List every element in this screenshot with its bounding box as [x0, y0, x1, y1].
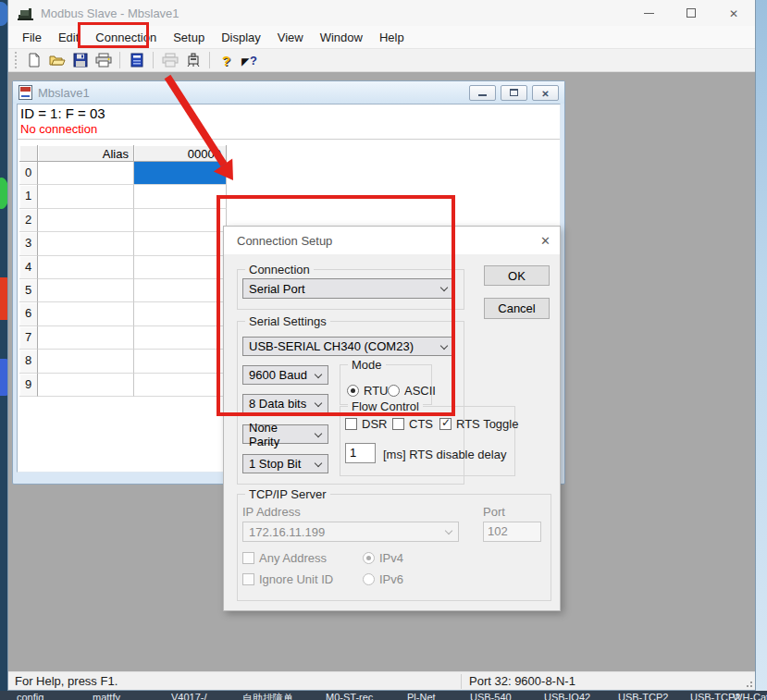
- row-header[interactable]: 7: [19, 326, 38, 350]
- row-header[interactable]: 1: [19, 185, 38, 208]
- ok-button[interactable]: OK: [484, 265, 550, 286]
- document-restore-button[interactable]: [501, 85, 527, 101]
- row-header[interactable]: 6: [19, 302, 38, 325]
- mode-ascii-radio[interactable]: ASCII: [388, 384, 436, 398]
- resize-grip[interactable]: [744, 679, 753, 688]
- menu-display[interactable]: Display: [213, 28, 269, 47]
- grid-row[interactable]: 3: [19, 232, 227, 255]
- taskbar-strip[interactable]: configmattfyV4017-/自助排障单M0-ST-recPl-NetU…: [0, 691, 767, 700]
- data-bits-select[interactable]: 8 Data bits: [242, 394, 328, 413]
- row-header[interactable]: 0: [19, 162, 38, 185]
- alias-cell[interactable]: [38, 185, 134, 208]
- row-header[interactable]: 4: [19, 256, 38, 279]
- communication-traffic-icon: [186, 53, 201, 68]
- register-cell[interactable]: [134, 256, 227, 279]
- document-minimize-button[interactable]: [469, 85, 496, 101]
- grid-header-alias[interactable]: Alias: [38, 145, 134, 162]
- rts-delay-input[interactable]: 1: [345, 443, 376, 463]
- register-cell[interactable]: [134, 209, 227, 232]
- close-button[interactable]: [712, 0, 755, 26]
- dsr-checkbox[interactable]: DSR: [345, 417, 387, 431]
- alias-cell[interactable]: [38, 302, 134, 325]
- taskbar-item-label[interactable]: mattfy: [93, 692, 120, 700]
- register-cell[interactable]: [134, 374, 227, 397]
- alias-cell[interactable]: [38, 326, 134, 350]
- connection-type-select[interactable]: Serial Port: [242, 278, 454, 299]
- chevron-down-icon: [440, 341, 448, 349]
- row-header[interactable]: 9: [19, 374, 38, 397]
- serial-port-value: USB-SERIAL CH340 (COM23): [249, 339, 414, 353]
- cts-checkbox[interactable]: CTS: [392, 417, 433, 431]
- document-close-button[interactable]: [532, 85, 559, 101]
- port-input: 102: [483, 522, 541, 542]
- register-cell-selected[interactable]: [134, 162, 227, 185]
- alias-cell[interactable]: [38, 162, 134, 185]
- taskbar-item-label[interactable]: WH-Cat-1: [733, 692, 767, 700]
- menu-connection[interactable]: Connection: [87, 28, 165, 47]
- menu-view[interactable]: View: [269, 28, 312, 47]
- grid-header-00000[interactable]: 00000: [134, 145, 227, 162]
- grid-row[interactable]: 1: [19, 185, 227, 208]
- register-cell[interactable]: [134, 350, 227, 373]
- register-cell[interactable]: [134, 232, 227, 255]
- grid-row[interactable]: 6: [19, 302, 227, 325]
- title-bar[interactable]: Modbus Slave - Mbslave1: [8, 0, 755, 26]
- document-title-bar[interactable]: Mbslave1: [13, 81, 564, 104]
- serial-port-select[interactable]: USB-SERIAL CH340 (COM23): [242, 337, 454, 356]
- communication-traffic-button[interactable]: [182, 50, 204, 70]
- grid-row[interactable]: 9: [19, 374, 227, 397]
- alias-cell[interactable]: [38, 209, 134, 232]
- grid-row[interactable]: 8: [19, 350, 227, 373]
- about-help-button[interactable]: ?: [216, 50, 237, 70]
- register-cell[interactable]: [134, 279, 227, 302]
- dialog-title-bar[interactable]: Connection Setup: [224, 227, 560, 254]
- menu-setup[interactable]: Setup: [165, 28, 213, 47]
- cancel-button[interactable]: Cancel: [484, 298, 550, 319]
- grid-row[interactable]: 0: [19, 162, 227, 185]
- print-button[interactable]: [93, 50, 114, 70]
- baud-rate-select[interactable]: 9600 Baud: [242, 365, 328, 385]
- alias-cell[interactable]: [38, 256, 134, 279]
- taskbar-item-label[interactable]: 自助排障单: [242, 692, 293, 700]
- rts-toggle-checkbox[interactable]: RTS Toggle: [439, 417, 518, 431]
- row-header[interactable]: 3: [19, 232, 38, 255]
- register-cell[interactable]: [134, 185, 227, 208]
- taskbar-item-label[interactable]: config: [17, 692, 43, 700]
- row-header[interactable]: 5: [19, 279, 38, 302]
- taskbar-item-label[interactable]: Pl-Net: [407, 692, 436, 700]
- alias-cell[interactable]: [38, 279, 134, 302]
- taskbar-item-label[interactable]: USB-540: [470, 692, 512, 700]
- open-file-button[interactable]: [46, 50, 68, 70]
- taskbar-item-label[interactable]: M0-ST-rec: [326, 692, 373, 700]
- alias-cell[interactable]: [38, 374, 134, 397]
- register-grid[interactable]: Alias 00000 0123456789: [19, 145, 227, 397]
- dialog-close-icon[interactable]: [540, 234, 551, 248]
- register-cell[interactable]: [134, 302, 227, 325]
- grid-row[interactable]: 7: [19, 326, 227, 350]
- alias-cell[interactable]: [38, 232, 134, 255]
- menu-edit[interactable]: Edit: [50, 28, 87, 47]
- grid-row[interactable]: 4: [19, 256, 227, 279]
- menu-file[interactable]: File: [14, 28, 50, 47]
- context-help-button[interactable]: ?: [239, 50, 260, 70]
- new-file-button[interactable]: [23, 50, 44, 70]
- save-button[interactable]: [69, 50, 91, 70]
- row-header[interactable]: 8: [19, 350, 38, 373]
- menu-help[interactable]: Help: [371, 28, 413, 47]
- row-header[interactable]: 2: [19, 209, 38, 232]
- grid-row[interactable]: 2: [19, 209, 227, 232]
- minimize-button[interactable]: [627, 0, 670, 26]
- maximize-button[interactable]: [670, 0, 712, 26]
- alias-cell[interactable]: [38, 350, 134, 373]
- display-definition-button[interactable]: [126, 50, 147, 70]
- stop-bits-select[interactable]: 1 Stop Bit: [242, 454, 328, 473]
- grid-row[interactable]: 5: [19, 279, 227, 302]
- mode-rtu-radio[interactable]: RTU: [347, 384, 388, 398]
- parity-select[interactable]: None Parity: [242, 424, 328, 444]
- taskbar-item-label[interactable]: USB-IO42: [544, 692, 590, 700]
- taskbar-item-label[interactable]: V4017-/: [171, 692, 207, 700]
- register-cell[interactable]: [134, 326, 227, 350]
- dsr-label: DSR: [362, 417, 387, 431]
- taskbar-item-label[interactable]: USB-TCP2: [618, 692, 668, 700]
- menu-window[interactable]: Window: [312, 28, 371, 47]
